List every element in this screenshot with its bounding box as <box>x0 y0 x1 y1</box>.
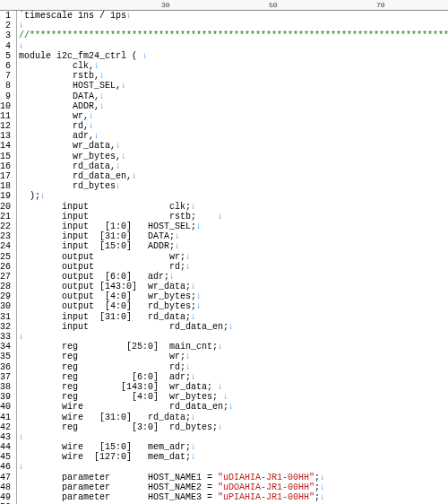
code-line[interactable]: clk,↓ <box>19 61 448 71</box>
code-text: output [4:0] wr_bytes; <box>19 291 196 301</box>
code-line[interactable]: input [31:0] rd_data;↓ <box>19 312 448 322</box>
code-line[interactable]: input rd_data_en;↓ <box>19 322 448 332</box>
line-number: 7 <box>0 71 11 81</box>
code-line[interactable]: output rd;↓ <box>19 262 448 272</box>
code-text: DATA, <box>19 91 99 101</box>
code-line[interactable]: rd_data_en,↓ <box>19 171 448 181</box>
code-text: reg [25:0] main_cnt; <box>19 342 218 352</box>
newline-icon: ↓ <box>191 312 196 322</box>
code-line[interactable]: DATA,↓ <box>19 91 448 101</box>
code-line[interactable]: input [1:0] HOST_SEL;↓ <box>19 222 448 231</box>
code-line[interactable]: output wr;↓ <box>19 252 448 262</box>
code-line[interactable]: wire [31:0] rd_data;↓ <box>19 413 448 422</box>
code-line[interactable]: wire rd_data_en;↓ <box>19 402 448 412</box>
line-number: 13 <box>0 131 11 141</box>
code-line[interactable]: rd_data,↓ <box>19 161 448 171</box>
newline-icon: ↓ <box>175 241 180 251</box>
code-line[interactable]: reg rd;↓ <box>19 362 448 372</box>
line-number: 27 <box>0 272 11 282</box>
code-line[interactable]: ↓ <box>19 41 448 51</box>
code-text: wr, <box>19 111 89 121</box>
code-line[interactable]: wr_data,↓ <box>19 141 448 151</box>
code-text: reg [6:0] adr; <box>19 372 191 382</box>
code-line[interactable]: reg [4:0] wr_bytes; ↓ <box>19 392 448 402</box>
code-line[interactable]: `timescale 1ns / 1ps↓ <box>19 11 448 21</box>
code-line[interactable]: module i2c_fm24_ctrl ( ↓ <box>19 51 448 61</box>
newline-icon: ↓ <box>218 212 223 222</box>
code-line[interactable]: adr,↓ <box>19 131 448 141</box>
code-text: wire [15:0] mem_adr; <box>19 442 191 452</box>
code-line[interactable]: output [4:0] wr_bytes;↓ <box>19 291 448 301</box>
code-line[interactable]: ↓ <box>19 462 448 472</box>
line-number: 10 <box>0 101 11 111</box>
line-number: 41 <box>0 413 11 422</box>
code-line[interactable]: reg [143:0] wr_data; ↓ <box>19 382 448 392</box>
code-line[interactable]: reg [6:0] adr;↓ <box>19 372 448 382</box>
code-text: wire [31:0] rd_data; <box>19 413 191 422</box>
code-line[interactable]: reg wr;↓ <box>19 352 448 361</box>
code-line[interactable]: wr,↓ <box>19 111 448 121</box>
string-literal: "uPIAHIA-JR1-00HH" <box>218 492 314 502</box>
newline-icon: ↓ <box>320 492 325 502</box>
newline-icon: ↓ <box>169 272 175 282</box>
code-text: adr, <box>19 131 94 141</box>
line-number: 34 <box>0 342 11 352</box>
code-text: input [1:0] HOST_SEL; <box>19 222 196 231</box>
line-number: 18 <box>0 181 11 191</box>
code-line[interactable]: wire [127:0] mem_dat;↓ <box>19 452 448 462</box>
code-line[interactable]: HOST_SEL,↓ <box>19 81 448 91</box>
newline-icon: ↓ <box>116 161 121 171</box>
code-text: parameter HOST_NAME1 = <box>19 473 218 482</box>
code-text: input [31:0] DATA; <box>19 231 175 241</box>
code-line[interactable]: wr_bytes,↓ <box>19 152 448 161</box>
code-line[interactable]: output [6:0] adr;↓ <box>19 272 448 282</box>
newline-icon: ↓ <box>116 181 121 191</box>
code-text: rstb, <box>19 71 99 81</box>
code-line[interactable]: input [15:0] ADDR;↓ <box>19 241 448 251</box>
line-number: 39 <box>0 392 11 402</box>
line-number: 40 <box>0 402 11 412</box>
code-line[interactable]: reg [25:0] main_cnt;↓ <box>19 342 448 352</box>
newline-icon: ↓ <box>218 422 223 432</box>
code-line[interactable]: ↓ <box>19 432 448 442</box>
code-line[interactable]: );↓ <box>19 191 448 201</box>
line-number: 37 <box>0 372 11 382</box>
code-line[interactable]: parameter HOST_NAME3 = "uPIAHIA-JR1-00HH… <box>19 492 448 502</box>
code-line[interactable]: output [4:0] rd_bytes;↓ <box>19 301 448 311</box>
code-line[interactable]: parameter HOST_NAME2 = "uDOAHIA-JR1-00HH… <box>19 482 448 492</box>
line-number: 43 <box>0 432 11 442</box>
code-area[interactable]: `timescale 1ns / 1ps↓↓//****************… <box>17 11 448 504</box>
code-line[interactable]: parameter HOST_NAME1 = "uDIAHIA-JR1-00HH… <box>19 473 448 482</box>
code-line[interactable]: ↓ <box>19 332 448 342</box>
code-line[interactable]: ↓ <box>19 21 448 30</box>
code-line[interactable]: input [31:0] DATA;↓ <box>19 231 448 241</box>
line-number: 14 <box>0 141 11 151</box>
line-number: 26 <box>0 262 11 272</box>
code-line[interactable]: rd,↓ <box>19 121 448 131</box>
line-number: 24 <box>0 241 11 251</box>
code-line[interactable]: rd_bytes↓ <box>19 181 448 191</box>
ruler-mark: 50 <box>269 0 278 11</box>
line-number: 44 <box>0 442 11 452</box>
line-number: 30 <box>0 301 11 311</box>
code-line[interactable]: output [143:0] wr_data;↓ <box>19 282 448 291</box>
newline-icon: ↓ <box>19 41 24 51</box>
line-number: 42 <box>0 422 11 432</box>
code-line[interactable]: input clk;↓ <box>19 202 448 212</box>
code-line[interactable]: rstb,↓ <box>19 71 448 81</box>
line-number: 32 <box>0 322 11 332</box>
newline-icon: ↓ <box>19 21 24 30</box>
code-line[interactable]: reg [3:0] rd_bytes;↓ <box>19 422 448 432</box>
code-line[interactable]: wire [15:0] mem_adr;↓ <box>19 442 448 452</box>
newline-icon: ↓ <box>196 291 202 301</box>
code-text: wr_data, <box>19 141 116 151</box>
code-line[interactable]: input rstb; ↓ <box>19 212 448 222</box>
code-line[interactable]: ADDR,↓ <box>19 101 448 111</box>
code-text: rd, <box>19 121 89 131</box>
line-number: 28 <box>0 282 11 291</box>
code-line[interactable]: //**************************************… <box>19 30 448 40</box>
newline-icon: ↓ <box>185 262 191 272</box>
line-number: 4 <box>0 41 11 51</box>
newline-icon: ↓ <box>19 332 24 342</box>
code-text: reg [3:0] rd_bytes; <box>19 422 218 432</box>
